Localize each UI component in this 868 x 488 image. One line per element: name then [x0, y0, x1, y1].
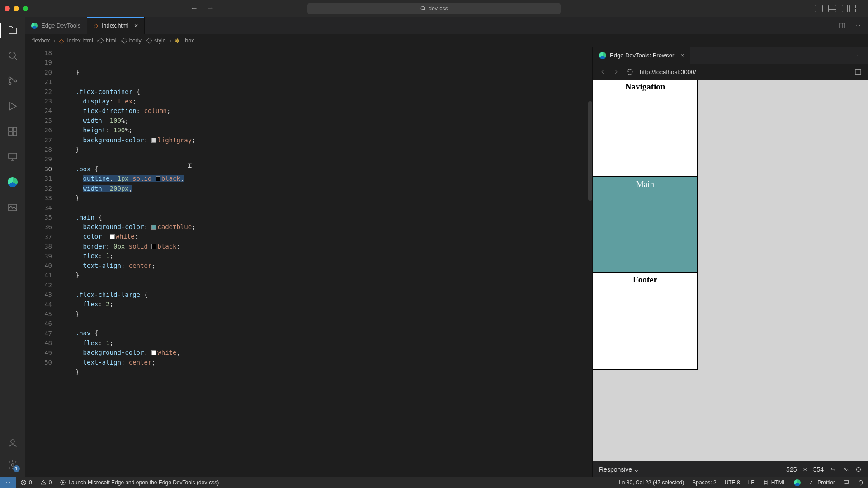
- svg-line-1: [424, 9, 425, 10]
- svg-marker-7: [10, 103, 16, 110]
- tab-index-html[interactable]: ◇ index.html ×: [87, 17, 145, 34]
- crumb-style[interactable]: style: [154, 38, 166, 44]
- svg-point-21: [844, 468, 845, 469]
- rotate-icon[interactable]: [830, 466, 836, 473]
- language-item[interactable]: HTML: [759, 479, 790, 486]
- scroll-thumb[interactable]: [588, 101, 592, 201]
- editor-pane: 1819202122232425262728293031323334353637…: [25, 47, 592, 477]
- svg-point-8: [9, 109, 10, 110]
- editor-tabs: Edge DevTools ◇ index.html × ···: [25, 17, 868, 34]
- panel-right-icon[interactable]: [842, 5, 850, 12]
- breadcrumb[interactable]: flexbox› ◇ index.html› ⃟ html› ⃟ body› ⃟…: [25, 34, 868, 47]
- browser-pane: Edge DevTools: Browser × ··· http://loca…: [592, 47, 868, 477]
- crumb-body[interactable]: body: [129, 38, 142, 44]
- maximize-window-icon[interactable]: [23, 6, 28, 11]
- run-debug-icon[interactable]: [7, 100, 19, 112]
- svg-point-16: [11, 464, 14, 466]
- svg-rect-19: [855, 70, 861, 75]
- viewport-height[interactable]: 554: [813, 466, 824, 473]
- crumb-folder[interactable]: flexbox: [32, 38, 50, 44]
- prettier-item[interactable]: ✓Prettier: [805, 479, 839, 486]
- browser-viewport: Navigation Main Footer: [593, 80, 868, 461]
- viewport-width[interactable]: 525: [786, 466, 797, 473]
- remote-explorer-icon[interactable]: [7, 151, 19, 163]
- screenshot-icon[interactable]: [843, 466, 849, 473]
- browser-statusbar: Responsive ⌄ 525 × 554: [593, 461, 868, 477]
- tab-label: index.html: [102, 22, 128, 29]
- status-bar: 0 0 Launch Microsoft Edge and open the E…: [0, 477, 868, 488]
- browser-reload-icon[interactable]: [626, 68, 633, 75]
- crumb-box[interactable]: .box: [184, 38, 194, 44]
- tab-edge-devtools[interactable]: Edge DevTools: [25, 17, 87, 34]
- back-arrow-icon[interactable]: ←: [190, 4, 198, 13]
- svg-point-6: [14, 80, 16, 82]
- forward-arrow-icon[interactable]: →: [206, 4, 214, 13]
- svg-rect-10: [13, 127, 17, 131]
- browser-tab[interactable]: Edge DevTools: Browser ×: [593, 47, 690, 64]
- extensions-icon[interactable]: [7, 126, 19, 137]
- settings-gear-icon[interactable]: 1: [7, 459, 19, 471]
- url-field[interactable]: http://localhost:3000/: [640, 69, 696, 75]
- remote-indicator[interactable]: [0, 477, 16, 488]
- svg-point-0: [421, 6, 425, 10]
- history-nav: ← →: [190, 4, 214, 13]
- code-editor[interactable]: } .flex-container { display: flex; flex-…: [60, 47, 588, 477]
- close-window-icon[interactable]: [5, 6, 10, 11]
- source-control-icon[interactable]: [7, 75, 19, 87]
- close-tab-icon[interactable]: ×: [134, 22, 138, 29]
- text-cursor-icon: ⌶: [188, 161, 192, 169]
- chevron-down-icon: ⌄: [634, 466, 639, 473]
- command-center[interactable]: dev-css: [307, 3, 561, 14]
- launch-task-item[interactable]: Launch Microsoft Edge and open the Edge …: [56, 477, 223, 488]
- scrollbar[interactable]: [588, 47, 592, 477]
- browser-back-icon[interactable]: [599, 68, 606, 75]
- svg-point-15: [11, 440, 14, 443]
- preview-main-section: Main: [593, 176, 698, 273]
- accounts-icon[interactable]: [7, 437, 19, 449]
- indent-item[interactable]: Spaces: 2: [688, 479, 720, 486]
- crumb-file[interactable]: index.html: [67, 38, 93, 44]
- close-icon: ×: [803, 466, 807, 473]
- crumb-html[interactable]: html: [106, 38, 117, 44]
- svg-rect-13: [9, 153, 17, 159]
- svg-point-22: [856, 467, 860, 471]
- eol-item[interactable]: LF: [744, 479, 759, 486]
- edge-tools-icon[interactable]: [7, 176, 19, 188]
- more-icon[interactable]: [855, 466, 862, 473]
- preview-nav-section: Navigation: [593, 80, 698, 176]
- encoding-item[interactable]: UTF-8: [721, 479, 744, 486]
- line-gutter: 1819202122232425262728293031323334353637…: [25, 47, 60, 477]
- close-tab-icon[interactable]: ×: [680, 52, 684, 59]
- svg-marker-26: [62, 482, 64, 484]
- minimize-window-icon[interactable]: [14, 6, 19, 11]
- window-controls: [5, 6, 28, 11]
- explorer-icon[interactable]: [7, 24, 19, 36]
- browser-forward-icon[interactable]: [613, 68, 620, 75]
- more-actions-icon[interactable]: ···: [854, 52, 862, 59]
- image-preview-icon[interactable]: [7, 202, 19, 213]
- activity-bar: 1: [0, 17, 25, 477]
- split-editor-icon[interactable]: [839, 22, 846, 29]
- errors-item[interactable]: 0: [16, 477, 36, 488]
- edge-icon: [599, 52, 606, 59]
- preview-footer-section: Footer: [593, 273, 698, 370]
- browser-tab-label: Edge DevTools: Browser: [610, 52, 674, 59]
- selector-icon: ✽: [175, 38, 180, 44]
- responsive-dropdown[interactable]: Responsive ⌄: [599, 466, 639, 473]
- customize-layout-icon[interactable]: [855, 5, 863, 12]
- edge-status-icon[interactable]: [790, 479, 805, 486]
- panel-left-icon[interactable]: [815, 5, 823, 12]
- more-actions-icon[interactable]: ···: [853, 22, 862, 30]
- open-devtools-icon[interactable]: [854, 68, 862, 75]
- svg-rect-9: [9, 127, 12, 131]
- browser-tabs: Edge DevTools: Browser × ···: [593, 47, 868, 64]
- bell-icon[interactable]: [854, 479, 868, 486]
- svg-point-2: [9, 52, 15, 58]
- cursor-position[interactable]: Ln 30, Col 22 (47 selected): [615, 479, 688, 486]
- svg-point-4: [9, 77, 11, 80]
- panel-bottom-icon[interactable]: [828, 5, 836, 12]
- tab-label: Edge DevTools: [41, 22, 80, 29]
- search-activity-icon[interactable]: [7, 50, 19, 61]
- feedback-icon[interactable]: [839, 479, 854, 486]
- warnings-item[interactable]: 0: [36, 477, 56, 488]
